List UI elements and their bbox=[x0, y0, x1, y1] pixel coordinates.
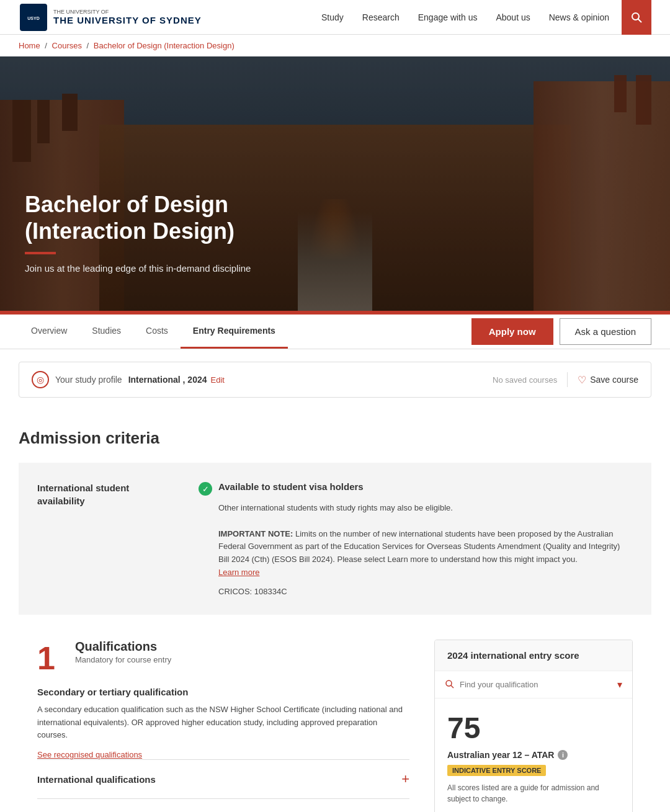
edit-profile-link[interactable]: Edit bbox=[211, 375, 225, 385]
nav-engage[interactable]: Engage with us bbox=[418, 12, 478, 22]
qual-header-text: Qualifications Mandatory for course entr… bbox=[75, 640, 171, 664]
available-body-text: Other international students with study … bbox=[218, 503, 453, 512]
apply-now-button[interactable]: Apply now bbox=[471, 318, 553, 345]
profile-icon: ◎ bbox=[32, 371, 49, 388]
svg-line-5 bbox=[451, 685, 453, 688]
important-note-label: IMPORTANT NOTE: bbox=[218, 529, 295, 538]
hero-content: Bachelor of Design (Interaction Design) … bbox=[25, 191, 335, 274]
tab-overview[interactable]: Overview bbox=[19, 315, 79, 349]
tab-costs[interactable]: Costs bbox=[133, 315, 181, 349]
qual-section-title: Secondary or tertiary qualification bbox=[37, 687, 409, 697]
logo-area[interactable]: USYD THE UNIVERSITY OF THE UNIVERSITY OF… bbox=[19, 2, 202, 32]
save-course-label: Save course bbox=[590, 375, 638, 385]
breadcrumb-sep-1: / bbox=[45, 41, 49, 50]
hero-subtitle: Join us at the leading edge of this in-d… bbox=[25, 263, 335, 274]
qual-description: A secondary education qualification such… bbox=[37, 703, 409, 742]
study-profile-bar: ◎ Your study profile International , 202… bbox=[19, 362, 651, 398]
score-search-arrow-icon: ▾ bbox=[617, 679, 622, 690]
score-card-container: 2024 international entry score ▾ 75 Aust… bbox=[434, 640, 633, 812]
availability-right: ✓ Available to student visa holders Othe… bbox=[199, 481, 633, 596]
availability-body: Other international students with study … bbox=[218, 502, 633, 579]
tabs-bar: Overview Studies Costs Entry Requirement… bbox=[0, 315, 670, 349]
entry-score-card: 2024 international entry score ▾ 75 Aust… bbox=[434, 640, 633, 812]
university-logo: USYD bbox=[19, 2, 48, 32]
qual-sub: Mandatory for course entry bbox=[75, 655, 171, 664]
svg-text:USYD: USYD bbox=[27, 16, 39, 20]
cricos-text: CRICOS: 108334C bbox=[218, 587, 633, 596]
score-note: All scores listed are a guide for admiss… bbox=[447, 782, 620, 805]
hero-title: Bachelor of Design (Interaction Design) bbox=[25, 191, 335, 244]
nav-research[interactable]: Research bbox=[362, 12, 400, 22]
breadcrumb: Home / Courses / Bachelor of Design (Int… bbox=[0, 35, 670, 56]
availability-box: International student availability ✓ Ava… bbox=[19, 463, 651, 615]
navbar: USYD THE UNIVERSITY OF THE UNIVERSITY OF… bbox=[0, 0, 670, 35]
breadcrumb-sep-2: / bbox=[87, 41, 91, 50]
tabs-actions: Apply now Ask a question bbox=[471, 318, 651, 345]
admission-section: Admission criteria International student… bbox=[0, 410, 670, 812]
available-title: Available to student visa holders bbox=[218, 481, 364, 492]
qualifications-section: 1 Qualifications Mandatory for course en… bbox=[19, 633, 651, 812]
breadcrumb-current[interactable]: Bachelor of Design (Interaction Design) bbox=[94, 41, 234, 50]
score-number: 75 bbox=[447, 711, 620, 745]
tabs-nav: Overview Studies Costs Entry Requirement… bbox=[19, 315, 471, 349]
qual-header: 1 Qualifications Mandatory for course en… bbox=[37, 640, 409, 674]
accordion-intl-plus-icon: + bbox=[401, 771, 409, 787]
accordion-intl-qual[interactable]: International qualifications + bbox=[37, 759, 409, 798]
nav-about[interactable]: About us bbox=[496, 12, 530, 22]
breadcrumb-courses[interactable]: Courses bbox=[52, 41, 82, 50]
learn-more-link[interactable]: Learn more bbox=[218, 568, 259, 577]
svg-line-3 bbox=[638, 19, 642, 22]
profile-value: International , 2024 bbox=[128, 375, 207, 385]
tab-entry-requirements[interactable]: Entry Requirements bbox=[181, 315, 288, 349]
heart-icon: ♡ bbox=[578, 374, 586, 386]
profile-label: Your study profile bbox=[55, 375, 122, 385]
qualifications-left: 1 Qualifications Mandatory for course en… bbox=[37, 640, 409, 812]
score-label-text: Australian year 12 – ATAR bbox=[447, 750, 554, 760]
score-label: Australian year 12 – ATAR i bbox=[447, 750, 620, 760]
score-card-header: 2024 international entry score bbox=[435, 640, 632, 671]
ask-question-button[interactable]: Ask a question bbox=[560, 318, 651, 345]
accordion-prior-learning[interactable]: Recognition of prior learning + bbox=[37, 798, 409, 812]
score-search-bar: ▾ bbox=[435, 671, 632, 698]
check-circle-icon: ✓ bbox=[199, 482, 212, 496]
hero-section: Bachelor of Design (Interaction Design) … bbox=[0, 56, 670, 311]
breadcrumb-home[interactable]: Home bbox=[19, 41, 40, 50]
save-course-button[interactable]: ♡ Save course bbox=[578, 374, 638, 386]
search-icon bbox=[630, 11, 643, 24]
admission-title: Admission criteria bbox=[19, 429, 651, 448]
score-body: 75 Australian year 12 – ATAR i INDICATIV… bbox=[435, 698, 632, 812]
nav-links: Study Research Engage with us About us N… bbox=[321, 12, 609, 22]
divider bbox=[567, 372, 568, 387]
see-qualifications-link[interactable]: See recognised qualifications bbox=[37, 750, 142, 759]
profile-right: No saved courses ♡ Save course bbox=[493, 372, 638, 387]
nav-news[interactable]: News & opinion bbox=[549, 12, 609, 22]
qual-body: Secondary or tertiary qualification A se… bbox=[37, 687, 409, 812]
qual-title: Qualifications bbox=[75, 640, 171, 654]
svg-point-4 bbox=[446, 680, 452, 686]
logo-main-text: THE UNIVERSITY OF SYDNEY bbox=[53, 15, 202, 25]
qual-number: 1 bbox=[37, 642, 55, 674]
indicative-badge: INDICATIVE ENTRY SCORE bbox=[447, 765, 546, 776]
score-search-icon bbox=[445, 679, 455, 689]
info-icon[interactable]: i bbox=[558, 750, 568, 760]
tab-studies[interactable]: Studies bbox=[79, 315, 133, 349]
accordion-intl-label: International qualifications bbox=[37, 774, 156, 785]
logo-sub-text: THE UNIVERSITY OF bbox=[53, 9, 202, 16]
search-button[interactable] bbox=[622, 0, 651, 35]
hero-divider bbox=[25, 252, 56, 254]
score-search-input[interactable] bbox=[460, 680, 612, 689]
nav-study[interactable]: Study bbox=[321, 12, 344, 22]
availability-left: International student availability bbox=[37, 481, 174, 596]
svg-point-2 bbox=[632, 13, 639, 20]
no-saved-courses: No saved courses bbox=[493, 375, 557, 385]
